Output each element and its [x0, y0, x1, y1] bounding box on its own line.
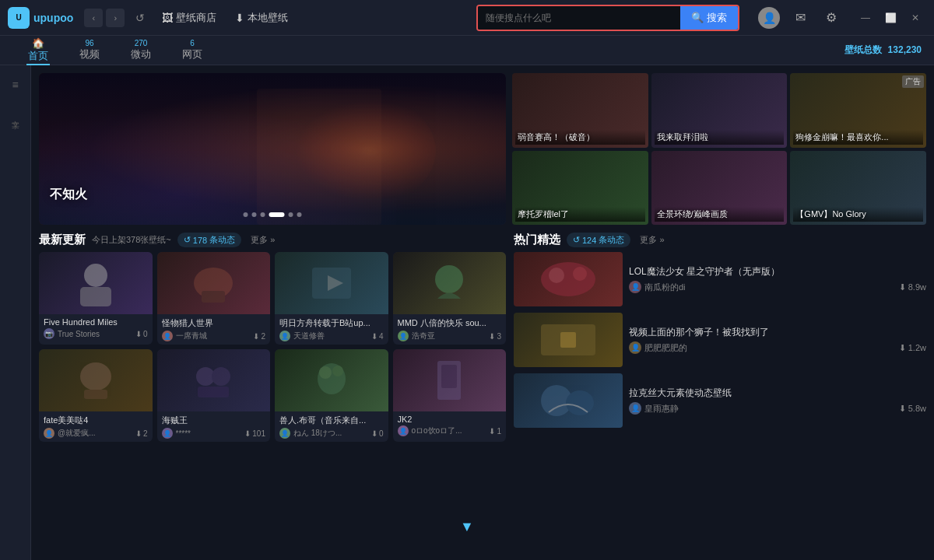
hot-more[interactable]: 更多 »	[640, 234, 664, 246]
thumb-img-4: 摩托罗稽lel了	[512, 151, 648, 226]
card-author-5: @就爱疯...	[58, 428, 132, 439]
dot-1[interactable]	[244, 212, 248, 217]
wallpaper-count-value: 132,230	[888, 44, 922, 55]
hot-avatar-3: 👤	[629, 402, 641, 415]
card-dl-2: ⬇ 2	[253, 332, 265, 341]
card-info-2: 怪物猎人世界 👤 一席青城 ⬇ 2	[157, 314, 271, 345]
top-thumb-3[interactable]: 广告 狗修金崩嘛！最喜欢你...	[790, 73, 926, 148]
mail-button[interactable]: ✉	[789, 7, 811, 29]
maximize-button[interactable]: ⬜	[880, 7, 901, 29]
hot-badge-label: 条动态	[599, 234, 624, 246]
refresh-button[interactable]: ↺	[131, 9, 149, 27]
card-6[interactable]: 海贼王 👤 ***** ⬇ 101	[157, 349, 271, 442]
dot-2[interactable]	[252, 212, 257, 217]
card-thumb-7	[275, 349, 388, 411]
card-info-7: 兽人.布哥（音乐来自... 👤 ねん 18けつ... ⬇ 0	[275, 411, 388, 442]
card-1[interactable]: Five Hundred Miles 📷 True Stories ⬇ 0	[39, 252, 153, 345]
svg-rect-3	[80, 287, 111, 306]
top-thumb-5[interactable]: 全景环绕/巅峰画质	[651, 151, 788, 226]
app-logo[interactable]: U upupoo	[8, 7, 73, 29]
search-area: 🔍 搜索	[476, 5, 739, 31]
dot-4[interactable]	[269, 212, 285, 217]
banner[interactable]: 不知火	[39, 73, 506, 225]
card-author-7: ねん 18けつ...	[293, 428, 368, 439]
card-7[interactable]: 兽人.布哥（音乐来自... 👤 ねん 18けつ... ⬇ 0	[275, 349, 388, 442]
card-image-6	[190, 357, 237, 404]
card-author-8: oロo饮oロ了...	[412, 425, 486, 436]
dot-5[interactable]	[289, 212, 293, 217]
hot-dl-2: ⬇ 1.2w	[899, 343, 926, 353]
tab-web-badge: 6	[190, 39, 195, 47]
svg-point-19	[541, 262, 595, 296]
tab-home[interactable]: 🏠 首页	[12, 36, 64, 65]
hot-meta-3: 👤 皇雨惠静 ⬇ 5.8w	[629, 402, 926, 415]
hot-item-2[interactable]: 视频上面的那个狮子！被我找到了 👤 肥肥肥肥的 ⬇ 1.2w	[514, 313, 926, 367]
svg-point-12	[212, 367, 230, 386]
card-4[interactable]: MMD 八倍的快乐 sou... 👤 浩奇亚 ⬇ 3	[393, 252, 507, 345]
hot-title: 热门精选	[514, 233, 560, 247]
top-thumb-6[interactable]: 【GMV】No Glory	[790, 151, 926, 226]
local-wallpaper-icon: ⬇	[235, 12, 244, 24]
minimize-button[interactable]: —	[855, 7, 876, 29]
svg-point-15	[319, 366, 332, 379]
tab-home-label: 首页	[28, 49, 48, 63]
card-avatar-8: 👤	[398, 425, 409, 436]
card-5[interactable]: fate美美哒4 👤 @就爱疯... ⬇ 2	[39, 349, 153, 442]
top-thumb-2[interactable]: 我来取拜泪啦	[651, 73, 788, 148]
card-author-3: 天道修善	[293, 331, 368, 341]
sidebar-menu-icon[interactable]: ≡	[4, 73, 27, 96]
latest-cards-row2: fate美美哒4 👤 @就爱疯... ⬇ 2	[39, 349, 506, 442]
top-right-thumbnails: 弱音赛高！（破音） 我来取拜泪啦 广告 狗修金崩嘛！最喜欢你...	[512, 73, 926, 225]
search-input[interactable]	[478, 6, 680, 30]
card-avatar-3: 👤	[279, 331, 290, 341]
latest-cards-row1: Five Hundred Miles 📷 True Stories ⬇ 0	[39, 252, 506, 345]
banner-dots	[244, 212, 302, 217]
card-avatar-4: 👤	[398, 331, 409, 341]
back-button[interactable]: ‹	[84, 9, 103, 27]
close-button[interactable]: ✕	[904, 7, 926, 29]
card-avatar-5: 👤	[44, 428, 54, 439]
card-avatar-1: 📷	[44, 328, 54, 339]
top-thumb-4[interactable]: 摩托罗稽lel了	[512, 151, 648, 226]
top-thumb-1[interactable]: 弱音赛高！（破音）	[512, 73, 648, 148]
tab-video[interactable]: 96 视频	[64, 36, 115, 65]
latest-more[interactable]: 更多 »	[251, 234, 275, 246]
tab-web[interactable]: 6 网页	[167, 36, 218, 65]
card-thumb-2	[157, 252, 271, 314]
hot-header: 热门精选 ↺ 124 条动态 更多 »	[514, 233, 926, 247]
svg-point-8	[435, 265, 463, 293]
wallpaper-store-link[interactable]: 🖼 壁纸商店	[156, 8, 223, 28]
hot-meta-1: 👤 南瓜粉的di ⬇ 8.9w	[629, 281, 926, 293]
card-image-7	[308, 357, 355, 404]
hot-info-1: LOL魔法少女 星之守护者（无声版） 👤 南瓜粉的di ⬇ 8.9w	[629, 265, 926, 294]
dot-6[interactable]	[297, 212, 302, 217]
card-meta-7: 👤 ねん 18けつ... ⬇ 0	[279, 428, 384, 439]
card-8[interactable]: JK2 👤 oロo饮oロ了... ⬇ 1	[393, 349, 507, 442]
hot-info-2: 视频上面的那个狮子！被我找到了 👤 肥肥肥肥的 ⬇ 1.2w	[629, 326, 926, 355]
sidebar: ≡ 文字	[0, 65, 31, 560]
hot-item-1[interactable]: LOL魔法少女 星之守护者（无声版） 👤 南瓜粉的di ⬇ 8.9w	[514, 252, 926, 306]
tab-micro[interactable]: 270 微动	[115, 36, 167, 65]
settings-button[interactable]: ⚙	[820, 7, 842, 29]
card-thumb-3	[275, 252, 388, 314]
card-dl-6: ⬇ 101	[244, 429, 265, 438]
card-image-5	[72, 357, 119, 404]
forward-button[interactable]: ›	[106, 9, 125, 27]
hot-title-1: LOL魔法少女 星之守护者（无声版）	[629, 265, 926, 278]
dot-3[interactable]	[261, 212, 265, 217]
svg-point-16	[332, 366, 343, 376]
search-button[interactable]: 🔍 搜索	[680, 6, 738, 30]
window-controls: — ⬜ ✕	[855, 7, 926, 29]
card-image-2	[190, 260, 237, 306]
local-wallpaper-link[interactable]: ⬇ 本地壁纸	[229, 8, 294, 28]
search-button-label: 搜索	[707, 11, 727, 25]
card-author-4: 浩奇亚	[412, 331, 486, 341]
user-avatar[interactable]: 👤	[758, 7, 780, 29]
svg-rect-10	[84, 390, 107, 399]
latest-badge: ↺ 178 条动态	[177, 233, 241, 247]
hot-item-3[interactable]: 拉克丝大元素使动态壁纸 👤 皇雨惠静 ⬇ 5.8w	[514, 373, 926, 428]
card-2[interactable]: 怪物猎人世界 👤 一席青城 ⬇ 2	[157, 252, 271, 345]
card-info-4: MMD 八倍的快乐 sou... 👤 浩奇亚 ⬇ 3	[393, 314, 507, 345]
latest-subtitle: 今日上架378张壁纸~	[92, 234, 171, 246]
card-3[interactable]: 明日方舟转载于B站up... 👤 天道修善 ⬇ 4	[275, 252, 388, 345]
